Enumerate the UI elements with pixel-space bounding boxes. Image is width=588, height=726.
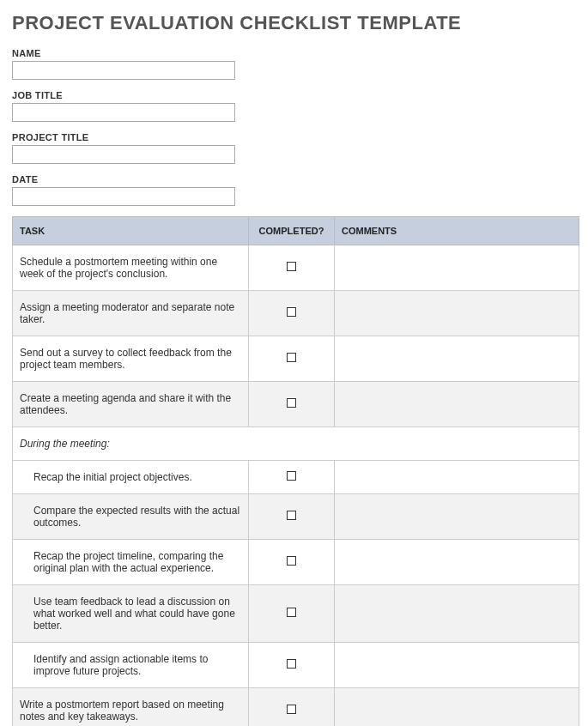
- comments-cell[interactable]: [335, 585, 579, 643]
- checkbox[interactable]: [287, 608, 296, 617]
- comments-cell[interactable]: [335, 643, 579, 688]
- table-header-row: TASK COMPLETED? COMMENTS: [13, 217, 579, 245]
- table-section-row: During the meeting:: [13, 427, 579, 461]
- col-comments-header: COMMENTS: [335, 217, 579, 245]
- table-row: Compare the expected results with the ac…: [13, 494, 579, 540]
- task-cell: Recap the initial project objectives.: [13, 461, 249, 494]
- table-row: Assign a meeting moderator and separate …: [13, 291, 579, 336]
- col-completed-header: COMPLETED?: [249, 217, 335, 245]
- completed-cell: [249, 585, 335, 643]
- completed-cell: [249, 540, 335, 585]
- comments-cell[interactable]: [335, 540, 579, 585]
- project-title-input[interactable]: [12, 145, 235, 164]
- checkbox[interactable]: [287, 307, 296, 317]
- checkbox[interactable]: [287, 659, 296, 669]
- date-input[interactable]: [12, 187, 235, 206]
- completed-cell: [249, 688, 335, 727]
- completed-cell: [249, 245, 335, 291]
- task-cell: Compare the expected results with the ac…: [13, 494, 249, 540]
- completed-cell: [249, 643, 335, 688]
- task-cell: Identify and assign actionable items to …: [13, 643, 249, 688]
- field-job-title: JOB TITLE: [12, 90, 579, 122]
- task-cell: Use team feedback to lead a discussion o…: [13, 585, 249, 643]
- section-label: During the meeting:: [13, 427, 579, 461]
- col-task-header: TASK: [13, 217, 249, 245]
- completed-cell: [249, 382, 335, 427]
- checkbox[interactable]: [287, 511, 296, 520]
- comments-cell[interactable]: [335, 688, 579, 727]
- task-cell: Write a postmortem report based on meeti…: [13, 688, 249, 727]
- table-row: Identify and assign actionable items to …: [13, 643, 579, 688]
- task-cell: Assign a meeting moderator and separate …: [13, 291, 249, 336]
- checkbox[interactable]: [287, 705, 296, 714]
- completed-cell: [249, 494, 335, 540]
- comments-cell[interactable]: [335, 382, 579, 427]
- checkbox[interactable]: [287, 471, 296, 481]
- comments-cell[interactable]: [335, 461, 579, 494]
- checkbox[interactable]: [287, 353, 296, 362]
- task-cell: Send out a survey to collect feedback fr…: [13, 336, 249, 382]
- comments-cell[interactable]: [335, 336, 579, 382]
- table-row: Send out a survey to collect feedback fr…: [13, 336, 579, 382]
- table-row: Use team feedback to lead a discussion o…: [13, 585, 579, 643]
- field-date: DATE: [12, 174, 579, 206]
- table-row: Create a meeting agenda and share it wit…: [13, 382, 579, 427]
- field-name: NAME: [12, 48, 579, 80]
- table-row: Recap the project timeline, comparing th…: [13, 540, 579, 585]
- completed-cell: [249, 336, 335, 382]
- completed-cell: [249, 461, 335, 494]
- task-cell: Create a meeting agenda and share it wit…: [13, 382, 249, 427]
- task-cell: Recap the project timeline, comparing th…: [13, 540, 249, 585]
- comments-cell[interactable]: [335, 494, 579, 540]
- table-row: Write a postmortem report based on meeti…: [13, 688, 579, 727]
- checkbox[interactable]: [287, 556, 296, 566]
- date-label: DATE: [12, 174, 579, 185]
- job-title-input[interactable]: [12, 103, 235, 122]
- checklist-table: TASK COMPLETED? COMMENTS Schedule a post…: [12, 216, 579, 726]
- comments-cell[interactable]: [335, 245, 579, 291]
- checkbox[interactable]: [287, 398, 296, 408]
- field-project-title: PROJECT TITLE: [12, 132, 579, 164]
- page-title: PROJECT EVALUATION CHECKLIST TEMPLATE: [12, 12, 579, 34]
- job-title-label: JOB TITLE: [12, 90, 579, 100]
- table-row: Schedule a postmortem meeting within one…: [13, 245, 579, 291]
- completed-cell: [249, 291, 335, 336]
- task-cell: Schedule a postmortem meeting within one…: [13, 245, 249, 291]
- comments-cell[interactable]: [335, 291, 579, 336]
- checkbox[interactable]: [287, 262, 296, 271]
- project-title-label: PROJECT TITLE: [12, 132, 579, 142]
- name-label: NAME: [12, 48, 579, 58]
- name-input[interactable]: [12, 61, 235, 80]
- table-row: Recap the initial project objectives.: [13, 461, 579, 494]
